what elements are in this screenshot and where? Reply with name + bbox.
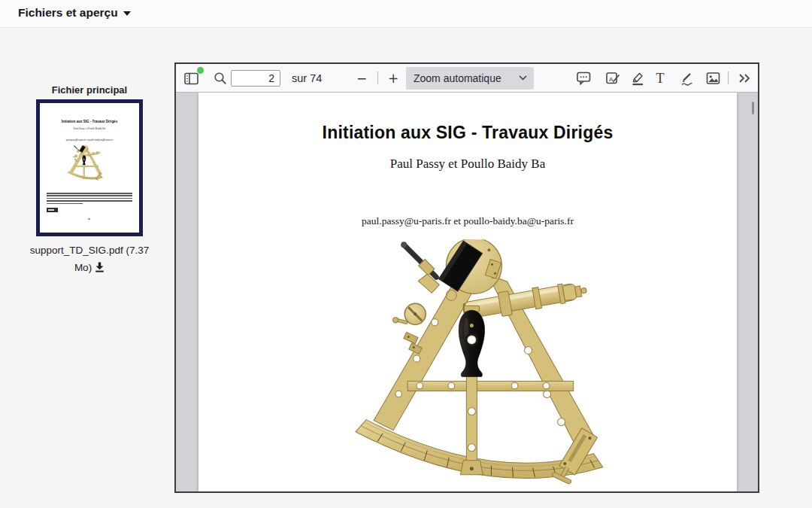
sidebar-icon <box>184 72 199 85</box>
thumbnail-sextant-image <box>65 145 114 181</box>
main-file-label: Fichier principal <box>23 84 156 96</box>
document-title: Initiation aux SIG - Travaux Dirigés <box>198 123 737 143</box>
thumbnail-doc-authors: Paul Passy et Poullo Baidy Ba <box>41 127 138 130</box>
zoom-mode-select[interactable]: Zoom automatique <box>406 67 534 90</box>
toggle-sidebar-button[interactable] <box>182 68 201 88</box>
thumbnail-doc-title: Initiation aux SIG - Travaux Dirigés <box>41 120 138 123</box>
document-authors: Paul Passy et Poullo Baidy Ba <box>198 157 737 172</box>
text-tool-icon: T <box>656 71 665 87</box>
pdf-scroll-area[interactable]: Initiation aux SIG - Travaux Dirigés Pau… <box>176 93 758 491</box>
file-download-link[interactable]: support_TD_SIG.pdf (7.37 Mo) <box>23 242 156 277</box>
signature-tool-button[interactable]: A <box>603 68 623 88</box>
zoom-in-button[interactable]: + <box>383 68 403 88</box>
double-chevron-icon <box>738 72 751 84</box>
sextant-image <box>338 239 681 491</box>
file-name: support_TD_SIG.pdf (7.37 Mo) <box>30 245 149 273</box>
text-tool-button[interactable]: T <box>650 68 670 88</box>
thumbnail-page: Initiation aux SIG - Travaux Dirigés Pau… <box>40 103 139 233</box>
toolbar-separator <box>377 71 378 84</box>
chevron-down-icon <box>519 75 527 81</box>
zoom-mode-value: Zoom automatique <box>414 72 501 84</box>
comment-icon <box>577 71 591 85</box>
document-contact: paul.passy@u-paris.fr et poullo-baidy.ba… <box>198 215 737 227</box>
notification-dot <box>197 67 204 74</box>
search-icon <box>214 71 227 85</box>
minus-icon: − <box>356 71 367 86</box>
pdf-viewer: sur 74 − + Zoom automatique <box>174 62 759 493</box>
files-preview-dropdown[interactable]: Fichiers et aperçu <box>14 5 135 20</box>
signature-icon: A <box>606 71 620 85</box>
page-number-input[interactable] <box>231 70 280 87</box>
zoom-out-button[interactable]: − <box>352 68 371 88</box>
scrollbar-thumb[interactable] <box>752 102 754 114</box>
section-title: Fichiers et aperçu <box>18 6 118 20</box>
draw-tool-button[interactable] <box>677 68 696 88</box>
pdf-toolbar: sur 74 − + Zoom automatique <box>176 64 758 93</box>
file-thumbnail[interactable]: Initiation aux SIG - Travaux Dirigés Pau… <box>36 99 143 236</box>
svg-text:A: A <box>609 76 614 83</box>
search-button[interactable] <box>211 68 230 88</box>
image-tool-button[interactable] <box>703 68 723 88</box>
pdf-page: Initiation aux SIG - Travaux Dirigés Pau… <box>198 93 737 491</box>
comment-tool-button[interactable] <box>574 68 593 88</box>
toolbar-separator <box>728 71 729 84</box>
pencil-icon <box>680 71 694 86</box>
download-icon <box>95 262 105 272</box>
thumbnail-doc-contact: paul.passy@u-paris.fr et poullo-baidy.ba… <box>41 138 138 141</box>
highlight-tool-button[interactable] <box>628 68 647 88</box>
page-count-label: sur 74 <box>292 64 322 93</box>
thumbnail-cc-license-badge <box>47 208 58 212</box>
section-header-bar: Fichiers et aperçu <box>0 0 812 28</box>
page: Fichiers et aperçu Fichier principal Ini… <box>0 0 812 508</box>
thumbnail-page-number <box>88 218 90 220</box>
dropdown-caret-icon <box>123 11 131 16</box>
thumbnail-paragraph <box>47 193 132 205</box>
highlighter-icon <box>631 71 644 86</box>
plus-icon: + <box>388 71 398 86</box>
image-icon <box>706 71 720 85</box>
more-tools-button[interactable] <box>735 68 754 88</box>
